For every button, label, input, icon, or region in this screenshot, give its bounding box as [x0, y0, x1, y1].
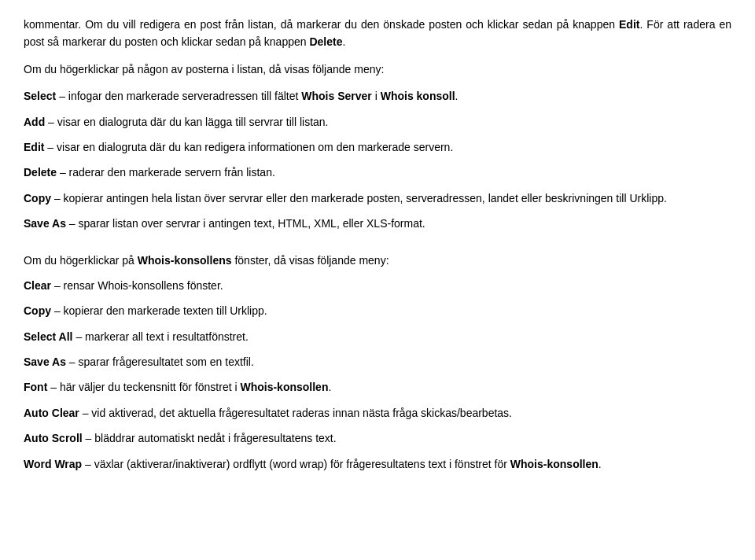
def-select: – infogar den markerade serveradressen t…: [56, 90, 458, 102]
def-edit: – visar en dialogruta där du kan rediger…: [44, 141, 453, 153]
def-copy: – kopierar antingen hela listan över ser…: [51, 192, 667, 204]
def-saveas: – sparar listan over servrar i antingen …: [66, 217, 425, 230]
term-add: Add: [24, 116, 45, 128]
def-saveas2: – sparar frågeresultatet som en textfil.: [66, 356, 254, 368]
term-wordwrap: Word Wrap: [24, 458, 82, 470]
list-item-wordwrap: Word Wrap – växlar (aktiverar/inaktivera…: [24, 455, 731, 473]
list-item-copy2: Copy – kopierar den markerade texten til…: [24, 302, 731, 319]
def-font: – här väljer du teckensnitt för fönstret…: [47, 381, 331, 393]
list-item-font: Font – här väljer du teckensnitt för fön…: [24, 378, 731, 396]
term-saveas: Save As: [24, 217, 66, 230]
def-delete: – raderar den markerade servern från lis…: [57, 166, 275, 179]
intro-paragraph-2: Om du högerklickar på någon av posterna …: [24, 61, 731, 78]
term-delete: Delete: [24, 166, 57, 179]
term-copy2: Copy: [24, 304, 51, 317]
term-select: Select: [24, 90, 56, 102]
def-autoclear: – vid aktiverad, det aktuella frågeresul…: [79, 407, 512, 419]
list-item-saveas2: Save As – sparar frågeresultatet som en …: [24, 353, 731, 370]
term-autoscroll: Auto Scroll: [24, 432, 83, 444]
section2-intro: Om du högerklickar på Whois-konsollens f…: [24, 252, 731, 269]
list-item-autoscroll: Auto Scroll – bläddrar automatiskt nedåt…: [24, 429, 731, 447]
term-clear: Clear: [24, 279, 51, 292]
list-item-clear: Clear – rensar Whois-konsollens fönster.: [24, 277, 731, 294]
list-item-autoclear: Auto Clear – vid aktiverad, det aktuella…: [24, 404, 731, 422]
list-item-selectall: Select All – markerar all text i resulta…: [24, 328, 731, 345]
term-saveas2: Save As: [24, 356, 66, 368]
def-wordwrap: – växlar (aktiverar/inaktiverar) ordflyt…: [82, 458, 602, 470]
main-content: kommentar. Om du vill redigera en post f…: [24, 16, 731, 473]
term-edit: Edit: [24, 141, 44, 153]
term-copy: Copy: [24, 192, 51, 204]
def-copy2: – kopierar den markerade texten till Urk…: [51, 304, 267, 317]
def-add: – visar en dialogruta där du kan lägga t…: [45, 116, 328, 128]
list-item-saveas: Save As – sparar listan over servrar i a…: [24, 215, 731, 232]
def-selectall: – markerar all text i resultatfönstret.: [73, 330, 249, 343]
list-item-select: Select – infogar den markerade serveradr…: [24, 87, 731, 105]
term-autoclear: Auto Clear: [24, 407, 79, 419]
list-item-delete: Delete – raderar den markerade servern f…: [24, 164, 731, 181]
term-font: Font: [24, 381, 47, 393]
term-selectall: Select All: [24, 330, 73, 343]
list-item-add: Add – visar en dialogruta där du kan läg…: [24, 113, 731, 131]
def-autoscroll: – bläddrar automatiskt nedåt i frågeresu…: [83, 432, 337, 444]
list-item-edit: Edit – visar en dialogruta där du kan re…: [24, 138, 731, 156]
intro-paragraph-1: kommentar. Om du vill redigera en post f…: [24, 16, 731, 51]
list-item-copy: Copy – kopierar antingen hela listan öve…: [24, 190, 731, 207]
def-clear: – rensar Whois-konsollens fönster.: [51, 279, 223, 292]
